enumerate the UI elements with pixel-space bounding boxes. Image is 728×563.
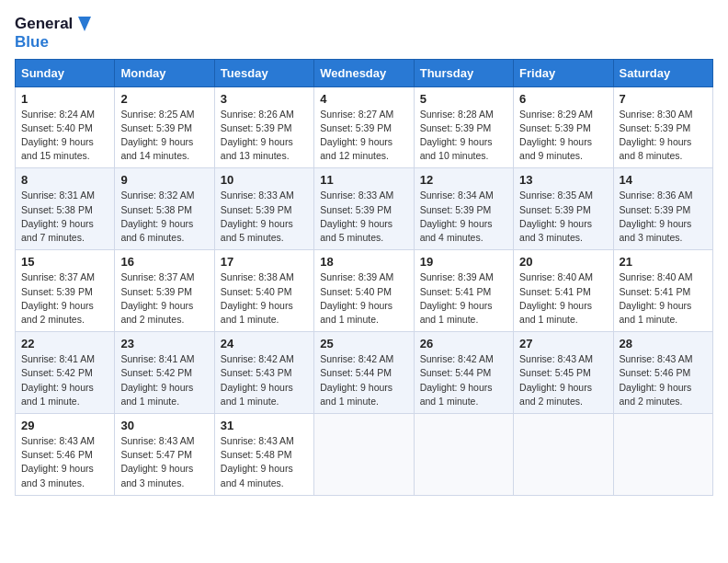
calendar-day-8: 8Sunrise: 8:31 AMSunset: 5:38 PMDaylight… — [16, 168, 115, 250]
day-info: Sunrise: 8:43 AMSunset: 5:46 PMDaylight:… — [21, 434, 108, 490]
day-info: Sunrise: 8:43 AMSunset: 5:45 PMDaylight:… — [519, 352, 607, 408]
day-number: 30 — [120, 419, 208, 432]
calendar-day-6: 6Sunrise: 8:29 AMSunset: 5:39 PMDaylight… — [514, 86, 613, 168]
day-number: 15 — [21, 255, 108, 269]
day-number: 28 — [620, 337, 707, 350]
day-number: 11 — [320, 173, 407, 187]
day-number: 3 — [221, 92, 308, 106]
calendar-day-19: 19Sunrise: 8:39 AMSunset: 5:41 PMDayligh… — [414, 250, 513, 332]
day-info: Sunrise: 8:25 AMSunset: 5:39 PMDaylight:… — [120, 108, 208, 164]
day-info: Sunrise: 8:37 AMSunset: 5:39 PMDaylight:… — [21, 270, 108, 327]
day-number: 27 — [519, 337, 607, 350]
calendar-table: SundayMondayTuesdayWednesdayThursdayFrid… — [15, 59, 713, 496]
day-info: Sunrise: 8:43 AMSunset: 5:47 PMDaylight:… — [120, 434, 208, 490]
calendar-day-14: 14Sunrise: 8:36 AMSunset: 5:39 PMDayligh… — [613, 168, 712, 250]
calendar-week-4: 22Sunrise: 8:41 AMSunset: 5:42 PMDayligh… — [16, 332, 713, 414]
calendar-day-24: 24Sunrise: 8:42 AMSunset: 5:43 PMDayligh… — [214, 332, 313, 414]
weekday-header-saturday: Saturday — [613, 59, 712, 86]
calendar-day-11: 11Sunrise: 8:33 AMSunset: 5:39 PMDayligh… — [314, 168, 414, 250]
day-info: Sunrise: 8:35 AMSunset: 5:39 PMDaylight:… — [519, 189, 607, 245]
day-info: Sunrise: 8:38 AMSunset: 5:40 PMDaylight:… — [221, 270, 308, 327]
day-number: 23 — [120, 337, 208, 350]
calendar-day-30: 30Sunrise: 8:43 AMSunset: 5:47 PMDayligh… — [115, 414, 214, 496]
calendar-day-7: 7Sunrise: 8:30 AMSunset: 5:39 PMDaylight… — [613, 86, 712, 168]
day-number: 21 — [620, 255, 707, 269]
empty-cell — [613, 414, 712, 496]
calendar-week-5: 29Sunrise: 8:43 AMSunset: 5:46 PMDayligh… — [16, 414, 713, 496]
day-number: 14 — [620, 173, 707, 187]
calendar-day-21: 21Sunrise: 8:40 AMSunset: 5:41 PMDayligh… — [613, 250, 712, 332]
day-number: 5 — [420, 92, 507, 106]
day-number: 7 — [620, 92, 707, 106]
calendar-day-13: 13Sunrise: 8:35 AMSunset: 5:39 PMDayligh… — [514, 168, 613, 250]
calendar-day-16: 16Sunrise: 8:37 AMSunset: 5:39 PMDayligh… — [115, 250, 214, 332]
day-info: Sunrise: 8:26 AMSunset: 5:39 PMDaylight:… — [221, 108, 308, 164]
calendar-day-10: 10Sunrise: 8:33 AMSunset: 5:39 PMDayligh… — [214, 168, 313, 250]
day-number: 24 — [221, 337, 308, 350]
weekday-header-friday: Friday — [514, 59, 613, 86]
day-info: Sunrise: 8:24 AMSunset: 5:40 PMDaylight:… — [21, 108, 108, 164]
day-number: 8 — [21, 173, 108, 187]
day-info: Sunrise: 8:34 AMSunset: 5:39 PMDaylight:… — [420, 189, 507, 245]
day-number: 16 — [120, 255, 208, 269]
day-number: 19 — [420, 255, 507, 269]
day-number: 1 — [21, 92, 108, 106]
day-number: 2 — [120, 92, 208, 106]
day-number: 20 — [519, 255, 607, 269]
day-number: 26 — [420, 337, 507, 350]
calendar-day-18: 18Sunrise: 8:39 AMSunset: 5:40 PMDayligh… — [314, 250, 414, 332]
calendar-day-25: 25Sunrise: 8:42 AMSunset: 5:44 PMDayligh… — [314, 332, 414, 414]
day-number: 6 — [519, 92, 607, 106]
svg-marker-0 — [78, 17, 91, 31]
calendar-day-4: 4Sunrise: 8:27 AMSunset: 5:39 PMDaylight… — [314, 86, 414, 168]
day-number: 22 — [21, 337, 108, 350]
day-info: Sunrise: 8:32 AMSunset: 5:38 PMDaylight:… — [120, 189, 208, 245]
weekday-header-thursday: Thursday — [414, 59, 513, 86]
day-number: 12 — [420, 173, 507, 187]
calendar-day-22: 22Sunrise: 8:41 AMSunset: 5:42 PMDayligh… — [16, 332, 115, 414]
calendar-day-27: 27Sunrise: 8:43 AMSunset: 5:45 PMDayligh… — [514, 332, 613, 414]
calendar-week-1: 1Sunrise: 8:24 AMSunset: 5:40 PMDaylight… — [16, 86, 713, 168]
weekday-header-tuesday: Tuesday — [214, 59, 313, 86]
calendar-day-12: 12Sunrise: 8:34 AMSunset: 5:39 PMDayligh… — [414, 168, 513, 250]
day-info: Sunrise: 8:42 AMSunset: 5:44 PMDaylight:… — [320, 352, 407, 408]
empty-cell — [314, 414, 414, 496]
day-info: Sunrise: 8:36 AMSunset: 5:39 PMDaylight:… — [620, 189, 707, 245]
day-info: Sunrise: 8:41 AMSunset: 5:42 PMDaylight:… — [21, 352, 108, 408]
day-info: Sunrise: 8:29 AMSunset: 5:39 PMDaylight:… — [519, 108, 607, 164]
day-info: Sunrise: 8:33 AMSunset: 5:39 PMDaylight:… — [320, 189, 407, 245]
calendar-day-5: 5Sunrise: 8:28 AMSunset: 5:39 PMDaylight… — [414, 86, 513, 168]
weekday-header-monday: Monday — [115, 59, 214, 86]
day-info: Sunrise: 8:39 AMSunset: 5:40 PMDaylight:… — [320, 270, 407, 327]
empty-cell — [514, 414, 613, 496]
day-info: Sunrise: 8:40 AMSunset: 5:41 PMDaylight:… — [519, 270, 607, 327]
calendar-day-26: 26Sunrise: 8:42 AMSunset: 5:44 PMDayligh… — [414, 332, 513, 414]
day-info: Sunrise: 8:43 AMSunset: 5:48 PMDaylight:… — [221, 434, 308, 490]
day-info: Sunrise: 8:39 AMSunset: 5:41 PMDaylight:… — [420, 270, 507, 327]
day-number: 29 — [21, 419, 108, 432]
day-info: Sunrise: 8:42 AMSunset: 5:43 PMDaylight:… — [221, 352, 308, 408]
calendar-day-3: 3Sunrise: 8:26 AMSunset: 5:39 PMDaylight… — [214, 86, 313, 168]
day-number: 17 — [221, 255, 308, 269]
calendar-day-23: 23Sunrise: 8:41 AMSunset: 5:42 PMDayligh… — [115, 332, 214, 414]
day-number: 10 — [221, 173, 308, 187]
day-info: Sunrise: 8:30 AMSunset: 5:39 PMDaylight:… — [620, 108, 707, 164]
day-number: 13 — [519, 173, 607, 187]
logo-arrow-icon — [74, 15, 93, 33]
calendar-day-2: 2Sunrise: 8:25 AMSunset: 5:39 PMDaylight… — [115, 86, 214, 168]
weekday-header-sunday: Sunday — [16, 59, 115, 86]
day-info: Sunrise: 8:42 AMSunset: 5:44 PMDaylight:… — [420, 352, 507, 408]
calendar-day-9: 9Sunrise: 8:32 AMSunset: 5:38 PMDaylight… — [115, 168, 214, 250]
day-info: Sunrise: 8:41 AMSunset: 5:42 PMDaylight:… — [120, 352, 208, 408]
weekday-header-row: SundayMondayTuesdayWednesdayThursdayFrid… — [16, 59, 713, 86]
day-info: Sunrise: 8:40 AMSunset: 5:41 PMDaylight:… — [620, 270, 707, 327]
empty-cell — [414, 414, 513, 496]
logo-text: General Blue — [15, 15, 93, 52]
calendar-day-17: 17Sunrise: 8:38 AMSunset: 5:40 PMDayligh… — [214, 250, 313, 332]
calendar-day-28: 28Sunrise: 8:43 AMSunset: 5:46 PMDayligh… — [613, 332, 712, 414]
calendar-week-2: 8Sunrise: 8:31 AMSunset: 5:38 PMDaylight… — [16, 168, 713, 250]
day-number: 9 — [120, 173, 208, 187]
calendar-day-15: 15Sunrise: 8:37 AMSunset: 5:39 PMDayligh… — [16, 250, 115, 332]
calendar-day-31: 31Sunrise: 8:43 AMSunset: 5:48 PMDayligh… — [214, 414, 313, 496]
calendar-day-1: 1Sunrise: 8:24 AMSunset: 5:40 PMDaylight… — [16, 86, 115, 168]
